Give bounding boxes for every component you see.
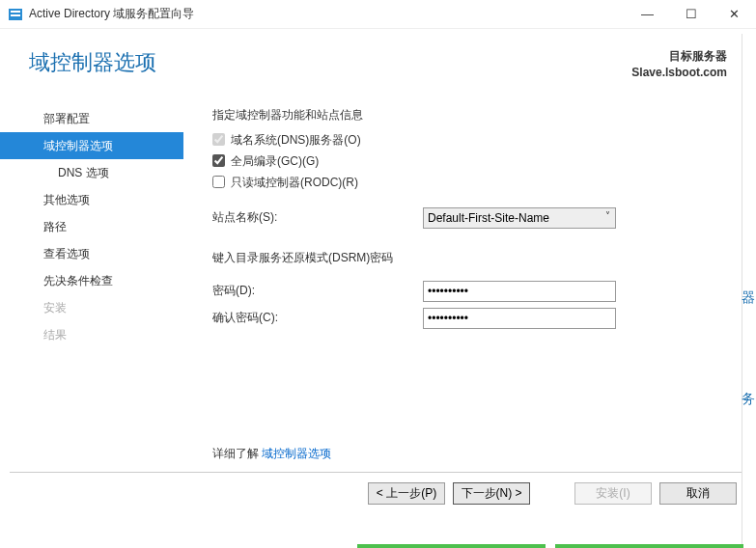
sidebar-item-deploy[interactable]: 部署配置 (0, 105, 183, 132)
rodc-checkbox[interactable] (212, 176, 225, 188)
dsrm-intro: 键入目录服务还原模式(DSRM)密码 (212, 248, 727, 267)
sidebar-item-dns-options[interactable]: DNS 选项 (0, 159, 183, 186)
footer: < 上一步(P) 下一步(N) > 安装(I) 取消 (0, 473, 756, 515)
sidebar-item-dc-options[interactable]: 域控制器选项 (0, 132, 183, 159)
sidebar-item-other[interactable]: 其他选项 (0, 186, 183, 213)
site-row: 站点名称(S): Default-First-Site-Name (212, 207, 727, 229)
rodc-checkbox-label: 只读域控制器(RODC)(R) (231, 173, 358, 192)
body: 部署配置 域控制器选项 DNS 选项 其他选项 路径 查看选项 先决条件检查 安… (0, 91, 756, 472)
sidebar-item-prereq[interactable]: 先决条件检查 (0, 267, 183, 294)
stray-char-b: 务 (742, 391, 755, 408)
svg-rect-1 (11, 11, 20, 13)
sidebar-item-review[interactable]: 查看选项 (0, 240, 183, 267)
install-button: 安装(I) (574, 482, 652, 505)
page-title: 域控制器选项 (29, 48, 156, 77)
window-title: Active Directory 域服务配置向导 (29, 6, 194, 22)
site-select[interactable]: Default-First-Site-Name (423, 207, 616, 229)
learn-more-link[interactable]: 域控制器选项 (262, 447, 331, 460)
password-row: 密码(D): (212, 281, 727, 302)
window-controls: — ☐ ✕ (626, 0, 756, 28)
prev-button[interactable]: < 上一步(P) (368, 482, 445, 505)
sidebar: 部署配置 域控制器选项 DNS 选项 其他选项 路径 查看选项 先决条件检查 安… (0, 100, 183, 472)
bottom-progress (0, 540, 756, 548)
dns-checkbox[interactable] (212, 133, 225, 146)
gc-checkbox-row: 全局编录(GC)(G) (212, 151, 727, 171)
header: 域控制器选项 目标服务器 Slave.lsboot.com (0, 29, 756, 91)
cancel-button[interactable]: 取消 (659, 482, 737, 505)
stray-char-a: 器 (742, 289, 755, 307)
site-label: 站点名称(S): (212, 209, 423, 226)
dns-checkbox-row: 域名系统(DNS)服务器(O) (212, 130, 727, 150)
svg-rect-2 (11, 14, 20, 16)
confirm-password-label: 确认密码(C): (212, 310, 423, 326)
rodc-checkbox-row: 只读域控制器(RODC)(R) (212, 173, 727, 192)
password-label: 密码(D): (212, 283, 423, 299)
next-button[interactable]: 下一步(N) > (453, 482, 530, 505)
password-input[interactable] (423, 281, 616, 302)
target-server: Slave.lsboot.com (631, 65, 727, 81)
learn-more-prefix: 详细了解 (212, 447, 262, 460)
gc-checkbox[interactable] (212, 154, 225, 167)
close-button[interactable]: ✕ (713, 0, 756, 28)
confirm-password-input[interactable] (423, 308, 616, 329)
maximize-button[interactable]: ☐ (669, 0, 713, 28)
intro-text: 指定域控制器功能和站点信息 (212, 105, 727, 124)
minimize-button[interactable]: — (626, 0, 669, 28)
sidebar-item-install: 安装 (0, 294, 183, 321)
dns-checkbox-label: 域名系统(DNS)服务器(O) (231, 130, 361, 150)
app-icon (8, 7, 23, 22)
right-edge: 器 务 (742, 34, 756, 548)
target-server-block: 目标服务器 Slave.lsboot.com (631, 48, 727, 81)
titlebar: Active Directory 域服务配置向导 — ☐ ✕ (0, 0, 756, 29)
gc-checkbox-label: 全局编录(GC)(G) (231, 151, 319, 171)
sidebar-item-results: 结果 (0, 321, 183, 348)
sidebar-item-paths[interactable]: 路径 (0, 213, 183, 240)
content: 指定域控制器功能和站点信息 域名系统(DNS)服务器(O) 全局编录(GC)(G… (183, 100, 756, 472)
learn-more: 详细了解 域控制器选项 (212, 446, 331, 462)
confirm-password-row: 确认密码(C): (212, 308, 727, 329)
target-label: 目标服务器 (631, 48, 727, 65)
